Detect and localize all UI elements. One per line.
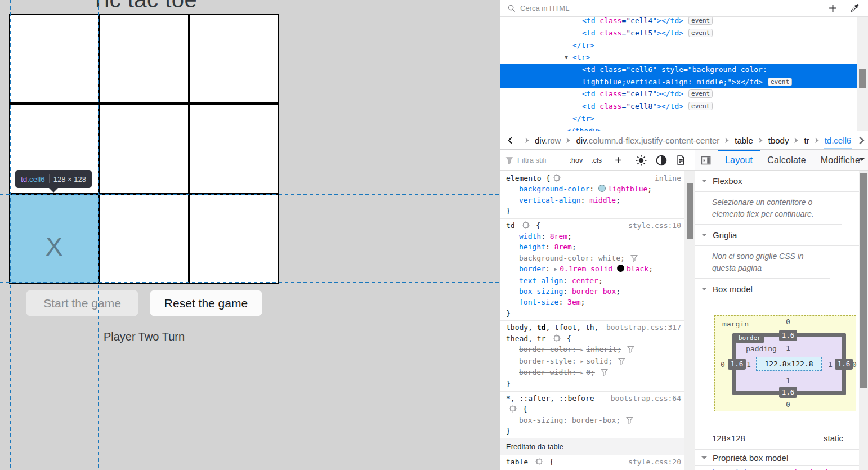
padding-left-value[interactable]: 1 bbox=[740, 360, 757, 369]
eyedropper-button[interactable] bbox=[850, 3, 860, 13]
markup-view[interactable]: <td class="cell4"></td>event<td class="c… bbox=[500, 17, 857, 131]
markup-search-bar[interactable]: Cerca in HTML bbox=[500, 0, 868, 17]
add-node-button[interactable] bbox=[828, 3, 838, 13]
rule-property[interactable]: border-width: ▶ 0; bbox=[500, 367, 684, 378]
box-model-margin-box[interactable]: margin 0 1.6 1 0 1.6 1 1 1.6 0 1 1.6 0 b… bbox=[714, 315, 856, 411]
rule-selector-line[interactable]: { bbox=[500, 404, 684, 414]
event-badge[interactable]: event bbox=[688, 89, 713, 98]
selector-highlighter-icon[interactable] bbox=[535, 458, 543, 465]
box-model-content-box[interactable]: 122.8×122.8 bbox=[756, 357, 822, 371]
overridden-filter-icon[interactable] bbox=[601, 369, 608, 376]
sidebar-tab-modifiche[interactable]: Modifiche bbox=[813, 150, 864, 171]
rule-property[interactable]: vertical-align: middle; bbox=[500, 195, 684, 205]
dark-scheme-button[interactable] bbox=[656, 155, 667, 166]
margin-right-value[interactable]: 0 bbox=[846, 360, 859, 369]
rule-property[interactable]: border-color: ▶ inherit; bbox=[500, 344, 684, 355]
markup-line-selected[interactable]: lightblue;vertical-align: middle;">x</td… bbox=[500, 76, 857, 88]
boxmodel-section-header[interactable]: Box model bbox=[695, 279, 859, 300]
board-cell-1[interactable] bbox=[99, 14, 189, 104]
three-pane-toggle-icon[interactable] bbox=[701, 155, 711, 165]
pseudo-class-button[interactable]: :hov bbox=[570, 156, 583, 164]
stylesheet-source-link[interactable]: bootstrap.css:317 bbox=[606, 322, 681, 333]
markup-line[interactable]: ▼<tr> bbox=[500, 51, 857, 64]
selector-highlighter-icon[interactable] bbox=[553, 334, 561, 342]
rule-property[interactable]: background-color: lightblue; bbox=[500, 183, 684, 194]
stylesheet-source-link[interactable]: inline bbox=[655, 173, 681, 183]
overridden-filter-icon[interactable] bbox=[627, 346, 634, 353]
rule-property[interactable]: font-size: 3em; bbox=[500, 297, 684, 307]
board-cell-2[interactable] bbox=[189, 14, 279, 104]
event-badge[interactable]: event bbox=[688, 29, 713, 37]
expand-shorthand-icon[interactable]: ▶ bbox=[581, 344, 587, 355]
margin-bottom-value[interactable]: 0 bbox=[780, 400, 797, 409]
breadcrumb-item[interactable]: tr bbox=[804, 136, 809, 145]
selector-highlighter-icon[interactable] bbox=[509, 405, 517, 413]
board-cell-8[interactable] bbox=[189, 194, 279, 284]
breadcrumb-item[interactable]: div.row bbox=[535, 136, 561, 145]
stylesheet-source-link[interactable]: bootstrap.css:64 bbox=[611, 393, 681, 404]
breadcrumb-item[interactable]: table bbox=[735, 136, 753, 145]
rule-property[interactable]: width: 8rem; bbox=[500, 231, 684, 241]
border-top-value[interactable]: 1.6 bbox=[779, 330, 797, 341]
stylesheet-source-link[interactable]: style.css:20 bbox=[628, 456, 681, 467]
markup-line-selected[interactable]: <td class="cell6" style="background-colo… bbox=[500, 64, 857, 76]
breadcrumb-item[interactable]: td.cell6 bbox=[825, 136, 852, 145]
markup-line[interactable]: </tr> bbox=[500, 39, 857, 52]
border-bottom-value[interactable]: 1.6 bbox=[779, 387, 797, 398]
board-cell-0[interactable] bbox=[9, 14, 99, 104]
margin-top-value[interactable]: 0 bbox=[780, 317, 797, 326]
class-toggle-button[interactable]: .cls bbox=[591, 156, 602, 164]
markup-line[interactable]: <td class="cell7"></td>event bbox=[500, 88, 857, 100]
sidebar-tab-calcolate[interactable]: Calcolate bbox=[760, 150, 813, 171]
rules-list[interactable]: elemento {inlinebackground-color: lightb… bbox=[500, 171, 684, 470]
rule-property[interactable]: border: ▶ 0.1rem solid black; bbox=[500, 263, 684, 275]
grid-section-header[interactable]: Griglia bbox=[695, 225, 859, 246]
filter-styles-placeholder[interactable]: Filtra stili bbox=[517, 156, 546, 164]
event-badge[interactable]: event bbox=[768, 78, 792, 86]
print-simulation-button[interactable] bbox=[676, 155, 686, 165]
flexbox-section-header[interactable]: Flexbox bbox=[695, 171, 859, 192]
event-badge[interactable]: event bbox=[688, 102, 713, 110]
breadcrumb-back-icon[interactable] bbox=[506, 136, 514, 145]
color-swatch[interactable] bbox=[617, 265, 624, 272]
add-rule-button[interactable] bbox=[614, 156, 623, 164]
rule-property[interactable]: height: 8rem; bbox=[500, 241, 684, 252]
markup-line[interactable]: <td class="cell8"></td>event bbox=[500, 100, 857, 113]
breadcrumb-item[interactable]: div.column.d-flex.justify-content-center bbox=[576, 136, 719, 145]
selector-highlighter-icon[interactable] bbox=[553, 174, 561, 182]
boxmodel-properties-header[interactable]: Proprietà box model bbox=[695, 449, 859, 466]
expander-icon[interactable]: ▼ bbox=[565, 51, 568, 64]
rule-selector-line[interactable]: td {style.css:10 bbox=[500, 220, 684, 231]
event-badge[interactable]: event bbox=[688, 17, 713, 25]
rule-property[interactable]: box-sizing: border-box; bbox=[500, 286, 684, 297]
color-swatch[interactable] bbox=[598, 185, 606, 192]
selector-highlighter-icon[interactable] bbox=[522, 221, 530, 229]
padding-top-value[interactable]: 1 bbox=[780, 344, 797, 352]
rule-property[interactable]: background-color: white; bbox=[500, 253, 684, 263]
overridden-filter-icon[interactable] bbox=[618, 357, 625, 365]
rule-selector-line[interactable]: *, ::after, ::beforebootstrap.css:64 bbox=[500, 393, 684, 404]
expand-shorthand-icon[interactable]: ▶ bbox=[581, 368, 587, 378]
breadcrumb-item[interactable]: tbody bbox=[768, 136, 789, 145]
stylesheet-source-link[interactable]: style.css:10 bbox=[628, 220, 681, 231]
light-scheme-button[interactable] bbox=[636, 155, 647, 166]
overridden-filter-icon[interactable] bbox=[630, 254, 638, 262]
rule-selector-line[interactable]: table {style.css:20 bbox=[500, 456, 684, 467]
board-cell-7[interactable] bbox=[99, 194, 189, 284]
start-game-button[interactable]: Start the game bbox=[26, 290, 138, 316]
markup-line[interactable]: </tbody> bbox=[500, 125, 857, 131]
padding-bottom-value[interactable]: 1 bbox=[780, 377, 797, 385]
expand-shorthand-icon[interactable]: ▶ bbox=[581, 356, 587, 367]
rule-property[interactable]: text-align: center; bbox=[500, 275, 684, 286]
board-cell-6[interactable]: X bbox=[9, 194, 99, 284]
rules-scrollbar-thumb[interactable] bbox=[687, 183, 693, 239]
markup-line[interactable]: <td class="cell5"></td>event bbox=[500, 27, 857, 39]
rule-property[interactable]: box-sizing: border-box; bbox=[500, 415, 684, 426]
board-cell-5[interactable] bbox=[189, 104, 279, 194]
markup-line[interactable]: <td class="cell4"></td>event bbox=[500, 17, 857, 27]
rule-property[interactable]: border-style: ▶ solid; bbox=[500, 356, 684, 367]
sidebar-scrollbar-thumb[interactable] bbox=[860, 173, 867, 388]
expand-shorthand-icon[interactable]: ▶ bbox=[554, 264, 560, 275]
board-cell-4[interactable] bbox=[99, 104, 189, 194]
reset-game-button[interactable]: Reset the game bbox=[150, 290, 262, 316]
